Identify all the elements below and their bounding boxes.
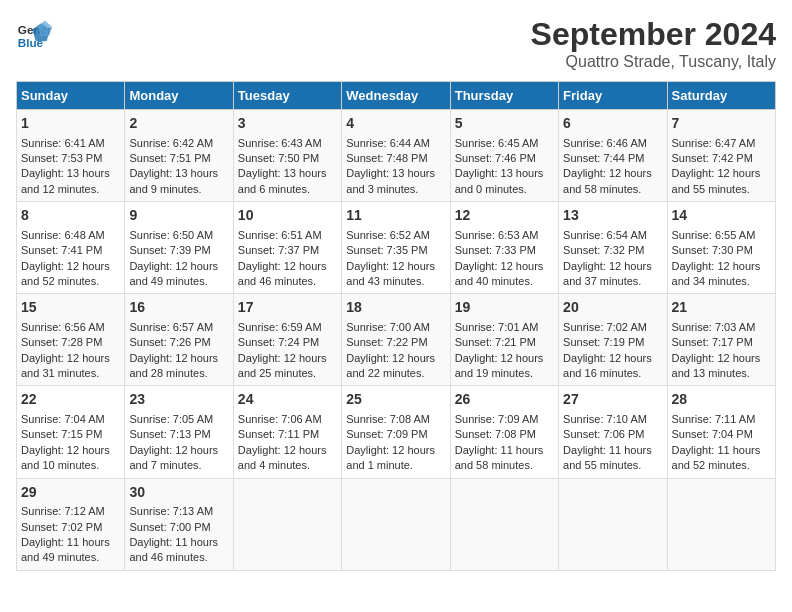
day-info: and 25 minutes. <box>238 366 337 381</box>
day-info: and 55 minutes. <box>563 458 662 473</box>
cell-1-5: 13Sunrise: 6:54 AMSunset: 7:32 PMDayligh… <box>559 202 667 294</box>
cell-2-1: 16Sunrise: 6:57 AMSunset: 7:26 PMDayligh… <box>125 294 233 386</box>
day-info: Daylight: 12 hours <box>238 443 337 458</box>
day-info: Sunrise: 6:42 AM <box>129 136 228 151</box>
day-info: and 10 minutes. <box>21 458 120 473</box>
cell-4-1: 30Sunrise: 7:13 AMSunset: 7:00 PMDayligh… <box>125 478 233 570</box>
day-number: 13 <box>563 206 662 226</box>
day-info: and 52 minutes. <box>672 458 771 473</box>
day-info: Sunset: 7:24 PM <box>238 335 337 350</box>
day-info: Daylight: 12 hours <box>238 351 337 366</box>
day-info: Sunset: 7:39 PM <box>129 243 228 258</box>
day-info: Daylight: 13 hours <box>129 166 228 181</box>
day-info: Sunrise: 6:55 AM <box>672 228 771 243</box>
title-area: September 2024 Quattro Strade, Tuscany, … <box>531 16 776 71</box>
cell-0-5: 6Sunrise: 6:46 AMSunset: 7:44 PMDaylight… <box>559 110 667 202</box>
day-number: 30 <box>129 483 228 503</box>
day-info: and 12 minutes. <box>21 182 120 197</box>
day-number: 5 <box>455 114 554 134</box>
day-info: Daylight: 11 hours <box>563 443 662 458</box>
day-info: Sunrise: 6:52 AM <box>346 228 445 243</box>
day-info: Sunrise: 6:45 AM <box>455 136 554 151</box>
cell-2-3: 18Sunrise: 7:00 AMSunset: 7:22 PMDayligh… <box>342 294 450 386</box>
day-number: 23 <box>129 390 228 410</box>
day-number: 29 <box>21 483 120 503</box>
cell-0-1: 2Sunrise: 6:42 AMSunset: 7:51 PMDaylight… <box>125 110 233 202</box>
day-info: and 49 minutes. <box>129 274 228 289</box>
day-info: Daylight: 12 hours <box>21 443 120 458</box>
day-info: Sunset: 7:32 PM <box>563 243 662 258</box>
day-info: Daylight: 13 hours <box>21 166 120 181</box>
day-info: Sunset: 7:21 PM <box>455 335 554 350</box>
day-info: Sunset: 7:53 PM <box>21 151 120 166</box>
day-info: Sunset: 7:33 PM <box>455 243 554 258</box>
day-info: and 7 minutes. <box>129 458 228 473</box>
day-info: and 37 minutes. <box>563 274 662 289</box>
cell-1-3: 11Sunrise: 6:52 AMSunset: 7:35 PMDayligh… <box>342 202 450 294</box>
cell-2-6: 21Sunrise: 7:03 AMSunset: 7:17 PMDayligh… <box>667 294 775 386</box>
day-number: 15 <box>21 298 120 318</box>
day-number: 17 <box>238 298 337 318</box>
day-number: 22 <box>21 390 120 410</box>
cell-2-0: 15Sunrise: 6:56 AMSunset: 7:28 PMDayligh… <box>17 294 125 386</box>
calendar-header-row: Sunday Monday Tuesday Wednesday Thursday… <box>17 82 776 110</box>
day-info: Sunrise: 6:51 AM <box>238 228 337 243</box>
day-info: Sunrise: 6:57 AM <box>129 320 228 335</box>
day-info: and 19 minutes. <box>455 366 554 381</box>
day-info: Sunset: 7:08 PM <box>455 427 554 442</box>
day-info: Sunrise: 7:13 AM <box>129 504 228 519</box>
cell-2-2: 17Sunrise: 6:59 AMSunset: 7:24 PMDayligh… <box>233 294 341 386</box>
day-info: Daylight: 12 hours <box>21 259 120 274</box>
cell-1-6: 14Sunrise: 6:55 AMSunset: 7:30 PMDayligh… <box>667 202 775 294</box>
day-info: Daylight: 11 hours <box>455 443 554 458</box>
page-title: September 2024 <box>531 16 776 53</box>
day-info: Sunrise: 7:02 AM <box>563 320 662 335</box>
day-info: Sunset: 7:28 PM <box>21 335 120 350</box>
cell-0-2: 3Sunrise: 6:43 AMSunset: 7:50 PMDaylight… <box>233 110 341 202</box>
day-info: and 52 minutes. <box>21 274 120 289</box>
cell-0-4: 5Sunrise: 6:45 AMSunset: 7:46 PMDaylight… <box>450 110 558 202</box>
day-number: 21 <box>672 298 771 318</box>
day-info: and 49 minutes. <box>21 550 120 565</box>
cell-4-6 <box>667 478 775 570</box>
cell-3-3: 25Sunrise: 7:08 AMSunset: 7:09 PMDayligh… <box>342 386 450 478</box>
day-info: Sunrise: 7:03 AM <box>672 320 771 335</box>
day-info: Sunrise: 7:08 AM <box>346 412 445 427</box>
cell-0-0: 1Sunrise: 6:41 AMSunset: 7:53 PMDaylight… <box>17 110 125 202</box>
cell-4-0: 29Sunrise: 7:12 AMSunset: 7:02 PMDayligh… <box>17 478 125 570</box>
day-info: Sunset: 7:46 PM <box>455 151 554 166</box>
day-info: Daylight: 12 hours <box>346 443 445 458</box>
day-info: and 13 minutes. <box>672 366 771 381</box>
day-info: Sunrise: 6:43 AM <box>238 136 337 151</box>
day-info: and 46 minutes. <box>129 550 228 565</box>
cell-3-2: 24Sunrise: 7:06 AMSunset: 7:11 PMDayligh… <box>233 386 341 478</box>
day-info: Sunset: 7:11 PM <box>238 427 337 442</box>
day-info: Daylight: 13 hours <box>238 166 337 181</box>
day-info: Sunrise: 6:41 AM <box>21 136 120 151</box>
col-sunday: Sunday <box>17 82 125 110</box>
day-info: Sunrise: 7:00 AM <box>346 320 445 335</box>
day-number: 2 <box>129 114 228 134</box>
day-info: Sunrise: 6:54 AM <box>563 228 662 243</box>
day-number: 11 <box>346 206 445 226</box>
cell-4-5 <box>559 478 667 570</box>
day-info: Daylight: 13 hours <box>455 166 554 181</box>
cell-1-0: 8Sunrise: 6:48 AMSunset: 7:41 PMDaylight… <box>17 202 125 294</box>
day-info: Sunrise: 7:10 AM <box>563 412 662 427</box>
day-info: and 55 minutes. <box>672 182 771 197</box>
day-info: Sunrise: 7:01 AM <box>455 320 554 335</box>
page-subtitle: Quattro Strade, Tuscany, Italy <box>531 53 776 71</box>
day-number: 26 <box>455 390 554 410</box>
day-info: and 6 minutes. <box>238 182 337 197</box>
cell-2-5: 20Sunrise: 7:02 AMSunset: 7:19 PMDayligh… <box>559 294 667 386</box>
day-info: and 31 minutes. <box>21 366 120 381</box>
day-number: 28 <box>672 390 771 410</box>
day-info: Sunset: 7:09 PM <box>346 427 445 442</box>
col-friday: Friday <box>559 82 667 110</box>
day-info: Daylight: 11 hours <box>21 535 120 550</box>
day-info: Daylight: 12 hours <box>129 351 228 366</box>
day-number: 18 <box>346 298 445 318</box>
day-info: Sunset: 7:37 PM <box>238 243 337 258</box>
day-number: 14 <box>672 206 771 226</box>
day-info: and 58 minutes. <box>563 182 662 197</box>
